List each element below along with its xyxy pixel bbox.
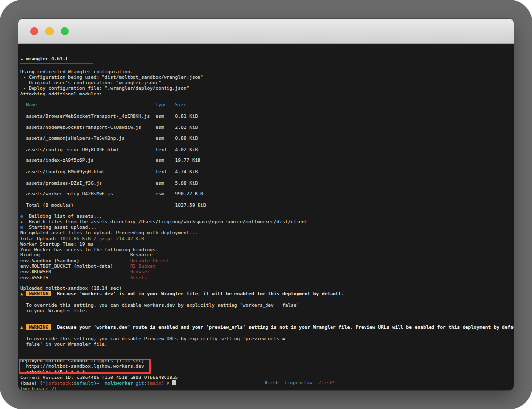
terminal-text: Name Type Size — [20, 102, 186, 107]
terminal-line: No updated asset files to upload. Procee… — [20, 230, 514, 235]
terminal-line: - Deploy configuration file: ".wrangler/… — [20, 85, 514, 91]
tmux-window-2[interactable]: 2:zsh* — [318, 380, 335, 385]
blank-line — [20, 297, 514, 302]
header-rule — [20, 63, 93, 64]
blank-line — [20, 196, 514, 202]
terminal-text: - Deploy configuration file: ".wrangler/… — [20, 85, 189, 91]
minimize-button[interactable] — [45, 27, 54, 35]
terminal-text: Uploaded moltbot-sandbox (16.14 sec) — [20, 285, 122, 291]
module-row: assets/_commonjsHelpers-TeSvKOnp.js esm … — [20, 135, 514, 141]
terminal-line: - Original user's configuration: "wrangl… — [20, 80, 514, 85]
module-row: assets/config-error-D0j8C09F.html text 4… — [20, 147, 514, 152]
terminal-line: To override this setting, you can disabl… — [20, 302, 514, 308]
terminal-text: assets/index-zA9f5c6P.js esm 19.77 KiB — [20, 157, 200, 163]
terminal-text: env.BROWSER — [20, 269, 130, 274]
blank-line — [20, 119, 514, 124]
tmux-status-text[interactable] — [279, 380, 284, 385]
wrangler-version-line: ☁ wrangler 4.61.1 — [20, 56, 514, 61]
terminal-text: assets/config-error-D0j8C09F.html text 4… — [20, 147, 198, 152]
warning-workers-dev: ▲ WARNING Because 'workers_dev' is not i… — [20, 291, 514, 296]
blank-line — [20, 319, 514, 324]
module-row: assets/loading-BMnV9yqH.html text 4.74 K… — [20, 169, 514, 174]
terminal-text: env.Sandbox (Sandbox) — [20, 258, 130, 263]
tmux-window-1[interactable]: 1:openclaw- — [284, 380, 315, 385]
terminal-text: assets/NodeWebSocketTransport-Cl0aNdiw.j… — [20, 125, 198, 130]
terminal-text: Deployed moltbot-sandbox triggers (7.11 … — [20, 358, 144, 363]
terminal-text: in your Wrangler file. — [20, 308, 88, 313]
blank-line — [20, 330, 514, 336]
terminal-line: Attaching additional modules: — [20, 91, 514, 96]
terminal-text: assets/loading-BMnV9yqH.html text 4.74 K… — [20, 169, 198, 174]
terminal-text: Browser — [130, 269, 150, 274]
deployed-line: Deployed moltbot-sandbox triggers (7.11 … — [20, 358, 514, 363]
terminal-text: To override this setting, you can disabl… — [20, 336, 285, 341]
terminal-text — [23, 213, 29, 219]
blank-line — [20, 208, 514, 213]
terminal-text: schedule: */5 * * * * — [20, 369, 85, 375]
modules-table-header: Name Type Size — [20, 102, 514, 107]
modules-total-row: Total (8 modules) 1027.59 KiB — [20, 202, 514, 208]
terminal-text: - Original user's configuration: "wrangl… — [20, 80, 161, 85]
warning-preview-urls: ▲ WARNING Because your 'workers.dev' rou… — [20, 324, 514, 330]
terminal-line: in your Wrangler file. — [20, 308, 514, 313]
terminal-text: Binding Resource — [20, 252, 153, 257]
terminal-window: ☁ wrangler 4.61.1Using redirected Wrangl… — [18, 19, 514, 390]
blank-line — [20, 174, 514, 180]
blank-line — [20, 346, 514, 352]
terminal-text: Because 'workers_dev' is not in your Wra… — [57, 291, 344, 296]
terminal-text: Total Upload: — [20, 236, 60, 241]
binding-row: env.BROWSER Browser — [20, 269, 514, 274]
warning-triangle-icon: ▲ — [20, 291, 26, 296]
screen-bezel: ☁ wrangler 4.61.1Using redirected Wrangl… — [0, 0, 532, 409]
window-titlebar — [18, 19, 514, 44]
terminal-text: assets/worker-entry-D42HsMwF.js esm 990.… — [20, 191, 203, 196]
terminal-text: Building list of assets... — [29, 213, 102, 219]
terminal-text: Attaching additional modules: — [20, 91, 102, 96]
terminal-text: 1027.86 KiB / gzip: 214.42 KiB — [60, 236, 144, 241]
blank-line — [20, 152, 514, 157]
blank-line — [20, 314, 514, 319]
warning-badge: WARNING — [26, 324, 51, 330]
worker-url-line: https://moltbot-sandbox.lqshow.workers.d… — [20, 363, 514, 369]
terminal-text: env.ASSETS — [20, 275, 130, 280]
module-row: assets/BrowserWebSocketTransport-_4zER8K… — [20, 113, 514, 119]
terminal-text: Current Version ID: ca8e440b-f1a0-4518-a… — [20, 375, 178, 380]
tmux-window-0[interactable]: 0:zsh — [265, 380, 279, 385]
terminal-text: Starting asset upload... — [29, 224, 96, 230]
terminal-text — [51, 324, 57, 330]
terminal[interactable]: ☁ wrangler 4.61.1Using redirected Wrangl… — [18, 44, 514, 390]
close-button[interactable] — [30, 27, 38, 35]
terminal-text: Durable Object — [130, 258, 169, 263]
terminal-text: assets/promises-DZsI_f3G.js esm 5.08 KiB — [20, 180, 198, 186]
module-row: assets/worker-entry-D42HsMwF.js esm 990.… — [20, 191, 514, 196]
blank-line — [20, 96, 514, 102]
terminal-line: - Configuration being used: "dist/moltbo… — [20, 74, 514, 80]
terminal-text: Read 6 files from the assets directory /… — [29, 219, 307, 224]
zoom-button[interactable] — [61, 27, 69, 35]
terminal-text: Using redirected Wrangler configuration. — [20, 69, 133, 74]
shell-prompt-line: (base) (*|orbstack:default)→ moltworker … — [20, 380, 514, 385]
version-id-line: Current Version ID: ca8e440b-f1a0-4518-a… — [20, 375, 514, 380]
total-upload-line: Total Upload: 1027.86 KiB / gzip: 214.42… — [20, 236, 514, 241]
terminal-text — [51, 291, 57, 296]
blank-line — [20, 163, 514, 169]
blank-line — [20, 108, 514, 113]
terminal-text: Your Worker has access to the following … — [20, 247, 158, 252]
binding-row: env.MOLTBOT_BUCKET (moltbot-data) R2 Buc… — [20, 263, 514, 269]
warning-badge: WARNING — [26, 291, 51, 296]
text-cursor — [172, 380, 176, 385]
terminal-text: env.MOLTBOT_BUCKET (moltbot-data) — [20, 263, 130, 269]
blank-line — [20, 280, 514, 285]
binding-row: env.Sandbox (Sandbox) Durable Object — [20, 258, 514, 263]
terminal-text: Total (8 modules) 1027.59 KiB — [20, 202, 206, 208]
terminal-text: https://moltbot-sandbox.lqshow.workers.d… — [20, 363, 144, 369]
module-row: assets/index-zA9f5c6P.js esm 19.77 KiB — [20, 157, 514, 163]
terminal-line: Using redirected Wrangler configuration. — [20, 69, 514, 74]
module-row: assets/NodeWebSocketTransport-Cl0aNdiw.j… — [20, 125, 514, 130]
starting-upload-line: ◉ Starting asset upload... — [20, 224, 514, 230]
cron-schedule-line: schedule: */5 * * * * — [20, 369, 514, 375]
terminal-line: Your Worker has access to the following … — [20, 247, 514, 252]
module-row: assets/promises-DZsI_f3G.js esm 5.08 KiB — [20, 180, 514, 186]
terminal-text: wrangler 4.61.1 — [26, 56, 68, 61]
terminal-line: Worker Startup Time: 19 ms — [20, 241, 514, 247]
